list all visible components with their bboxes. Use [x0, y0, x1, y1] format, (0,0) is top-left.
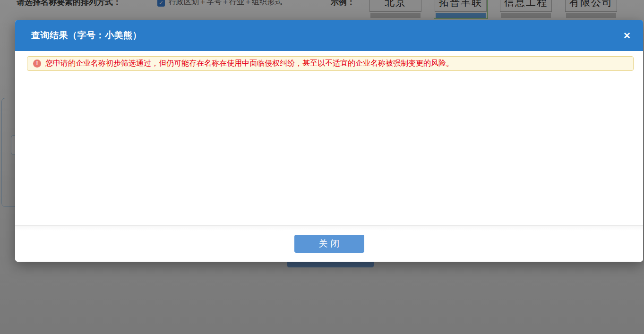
query-result-dialog: 查询结果（字号：小美熊） ✕ ! 您申请的企业名称初步筛选通过，但仍可能存在名称… [15, 20, 643, 262]
warning-message: 您申请的企业名称初步筛选通过，但仍可能存在名称在使用中面临侵权纠纷，甚至以不适宜… [45, 59, 454, 69]
close-icon[interactable]: ✕ [621, 29, 633, 42]
screen: 请选择名称要素的排列方式： ✓ 行政区划＋字号＋行业＋组织形式 示例： 北京 拓… [0, 0, 644, 334]
dialog-header: 查询结果（字号：小美熊） ✕ [15, 20, 643, 51]
dialog-body: ! 您申请的企业名称初步筛选通过，但仍可能存在名称在使用中面临侵权纠纷，甚至以不… [15, 51, 643, 225]
dialog-footer: 关 闭 [15, 225, 643, 262]
close-button[interactable]: 关 闭 [294, 235, 364, 253]
dialog-title: 查询结果（字号：小美熊） [31, 29, 142, 42]
warning-banner: ! 您申请的企业名称初步筛选通过，但仍可能存在名称在使用中面临侵权纠纷，甚至以不… [27, 56, 634, 71]
exclamation-icon: ! [33, 60, 41, 68]
